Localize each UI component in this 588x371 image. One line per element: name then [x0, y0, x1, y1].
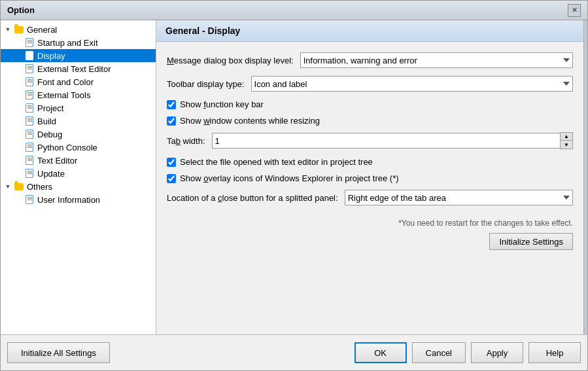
- message-select[interactable]: Information, warning and error Warning a…: [300, 52, 573, 68]
- folder-icon: [14, 181, 24, 192]
- toolbar-label: Toolbar display type:: [167, 79, 245, 89]
- function-key-label: Show function key bar: [180, 99, 264, 109]
- sidebar-item-python-console[interactable]: Python Console: [1, 141, 156, 154]
- option-dialog: Option ✕ ▼GeneralStartup and ExitDisplay…: [0, 0, 588, 371]
- init-all-settings-button[interactable]: Initialize All Settings: [7, 342, 110, 363]
- sidebar-item-label-others: Others: [27, 182, 52, 192]
- sidebar-item-ext-text[interactable]: External Text Editor: [1, 62, 156, 75]
- right-panel: General - Display Message dialog box dis…: [156, 20, 583, 334]
- toolbar-row: Toolbar display type: Icon and label Ico…: [167, 76, 573, 92]
- close-button[interactable]: ✕: [568, 4, 581, 17]
- select-file-label: Select the file opened with text editor …: [180, 157, 373, 167]
- sidebar-item-label-user-info: User Information: [37, 195, 100, 205]
- page-icon: [24, 194, 35, 205]
- expand-icon-text-editor: [14, 156, 23, 165]
- toolbar-select[interactable]: Icon and label Icon only Label only: [251, 76, 573, 92]
- sidebar-item-label-general: General: [27, 25, 57, 35]
- page-icon: [24, 50, 35, 61]
- expand-icon-others: ▼: [3, 182, 12, 191]
- cancel-button[interactable]: Cancel: [412, 342, 466, 363]
- sidebar-item-build[interactable]: Build: [1, 115, 156, 128]
- bottom-right: OK Cancel Apply Help: [355, 342, 581, 363]
- init-settings-button[interactable]: Initialize Settings: [489, 233, 573, 250]
- overlay-icons-checkbox[interactable]: [167, 174, 176, 183]
- sidebar-item-label-display: Display: [37, 51, 65, 61]
- sidebar-item-label-ext-tools: External Tools: [37, 90, 90, 100]
- expand-icon-startup: [14, 38, 23, 47]
- page-icon: [24, 155, 35, 166]
- tab-width-input[interactable]: [212, 133, 560, 149]
- page-icon: [24, 90, 35, 100]
- expand-icon-project: [14, 103, 23, 113]
- sidebar-item-display[interactable]: Display: [1, 49, 156, 62]
- expand-icon-ext-tools: [14, 90, 23, 99]
- overlay-icons-label: Show overlay icons of Windows Explorer i…: [180, 173, 399, 183]
- close-btn-select-wrap: Right edge of the tab area Left edge of …: [345, 190, 573, 205]
- close-btn-select[interactable]: Right edge of the tab area Left edge of …: [345, 190, 573, 205]
- panel-header: General - Display: [156, 20, 583, 42]
- tab-width-label: Tab width:: [167, 136, 205, 146]
- sidebar-item-text-editor[interactable]: Text Editor: [1, 154, 156, 167]
- expand-icon-ext-text: [14, 64, 23, 73]
- expand-icon-user-info: [14, 195, 23, 204]
- folder-icon: [14, 24, 24, 35]
- expand-icon-debug: [14, 130, 23, 139]
- right-stripe: [583, 20, 587, 334]
- sidebar-item-user-info[interactable]: User Information: [1, 193, 156, 206]
- dialog-title: Option: [7, 5, 35, 15]
- tab-width-spinbox: ▲ ▼: [212, 132, 573, 149]
- sidebar: ▼GeneralStartup and ExitDisplayExternal …: [1, 20, 156, 334]
- function-key-checkbox[interactable]: [167, 100, 176, 109]
- sidebar-item-startup[interactable]: Startup and Exit: [1, 36, 156, 49]
- ok-button[interactable]: OK: [355, 342, 407, 363]
- title-bar: Option ✕: [1, 1, 587, 20]
- select-file-row: Select the file opened with text editor …: [167, 157, 573, 167]
- sidebar-item-ext-tools[interactable]: External Tools: [1, 88, 156, 101]
- tab-width-row: Tab width: ▲ ▼: [167, 132, 573, 149]
- window-contents-checkbox[interactable]: [167, 116, 176, 126]
- expand-icon-build: [14, 116, 23, 126]
- sidebar-item-label-debug: Debug: [37, 130, 62, 139]
- close-btn-row: Location of a close button for a splitte…: [167, 190, 573, 205]
- expand-icon-font-color: [14, 77, 23, 86]
- apply-button[interactable]: Apply: [471, 342, 523, 363]
- toolbar-select-wrap: Icon and label Icon only Label only: [251, 76, 573, 92]
- restart-note: *You need to restart for the changes to …: [167, 219, 573, 228]
- page-icon: [24, 142, 35, 152]
- page-icon: [24, 37, 35, 48]
- message-row: Message dialog box display level: Inform…: [167, 52, 573, 68]
- page-icon: [24, 129, 35, 139]
- spinbox-up-button[interactable]: ▲: [561, 133, 572, 141]
- message-label: Message dialog box display level:: [167, 56, 294, 65]
- expand-icon-update: [14, 169, 23, 178]
- close-btn-label: Location of a close button for a splitte…: [167, 193, 338, 203]
- sidebar-item-label-startup: Startup and Exit: [37, 38, 98, 48]
- sidebar-item-update[interactable]: Update: [1, 167, 156, 180]
- expand-icon-python-console: [14, 143, 23, 152]
- message-select-wrap: Information, warning and error Warning a…: [300, 52, 573, 68]
- sidebar-item-debug[interactable]: Debug: [1, 128, 156, 141]
- sidebar-item-label-python-console: Python Console: [37, 143, 97, 152]
- page-icon: [24, 103, 35, 113]
- function-key-row: Show function key bar: [167, 99, 573, 109]
- main-content: ▼GeneralStartup and ExitDisplayExternal …: [1, 20, 587, 334]
- sidebar-item-others[interactable]: ▼Others: [1, 180, 156, 193]
- page-icon: [24, 168, 35, 179]
- sidebar-item-label-project: Project: [37, 103, 63, 113]
- bottom-left: Initialize All Settings: [7, 342, 355, 363]
- page-icon: [24, 116, 35, 126]
- select-file-checkbox[interactable]: [167, 158, 176, 167]
- expand-icon-display: [14, 51, 23, 60]
- window-contents-label: Show window contents while resizing: [180, 116, 320, 126]
- spinbox-down-button[interactable]: ▼: [561, 141, 572, 149]
- page-icon: [24, 77, 35, 87]
- help-button[interactable]: Help: [528, 342, 581, 363]
- bottom-bar: Initialize All Settings OK Cancel Apply …: [1, 334, 587, 370]
- sidebar-item-project[interactable]: Project: [1, 101, 156, 115]
- page-icon: [24, 63, 35, 74]
- sidebar-item-font-color[interactable]: Font and Color: [1, 75, 156, 88]
- sidebar-item-general[interactable]: ▼General: [1, 23, 156, 36]
- sidebar-item-label-ext-text: External Text Editor: [37, 64, 111, 74]
- overlay-icons-row: Show overlay icons of Windows Explorer i…: [167, 173, 573, 183]
- sidebar-item-label-update: Update: [37, 169, 65, 179]
